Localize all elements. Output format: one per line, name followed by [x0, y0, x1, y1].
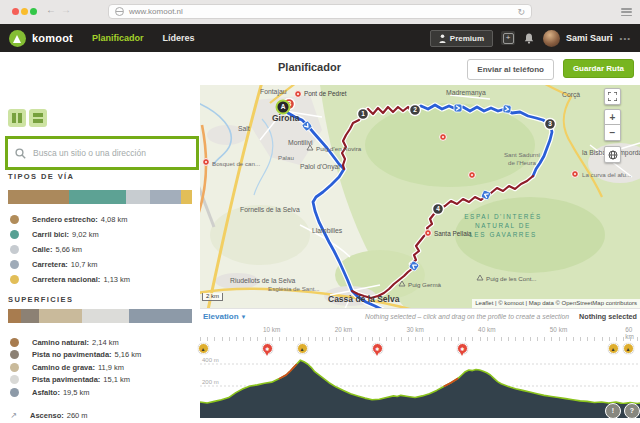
layout-rows-button[interactable] — [29, 109, 47, 127]
minimize-window-button[interactable] — [21, 8, 28, 15]
legend-color-dot — [10, 338, 19, 347]
waypoint-marker-1[interactable]: 1 — [358, 109, 369, 120]
nav-item-planificador[interactable]: Planificador — [92, 33, 144, 43]
map-label: Sant Sadurní — [504, 151, 540, 158]
elevation-dropdown[interactable]: Elevation — [203, 312, 239, 321]
waypoint-marker-row: ▲✱▲✱✱▲▲ — [200, 342, 640, 356]
map-label: Pont de Pedret — [304, 90, 347, 97]
map-label: ESPAI D'INTERÉS — [464, 212, 542, 220]
info-button[interactable]: ! — [605, 403, 621, 419]
poi-marker[interactable] — [425, 230, 432, 237]
reload-icon[interactable]: ↻ — [517, 7, 525, 17]
back-button[interactable]: ← — [46, 4, 56, 15]
highlight-pin[interactable]: ✱ — [262, 343, 273, 354]
search-input[interactable] — [31, 147, 196, 159]
bar-segment — [8, 309, 21, 323]
address-bar[interactable]: www.komoot.nl ↻ — [108, 4, 532, 19]
top-nav: komoot Planificador Líderes Premium + Sa… — [0, 24, 640, 52]
waypoint-marker-4[interactable]: 4 — [433, 204, 444, 215]
map-label: Llambilles — [312, 227, 343, 234]
legend-label: Carretera: — [32, 260, 68, 269]
poi-marker[interactable] — [440, 134, 447, 141]
rows-icon — [33, 113, 43, 123]
waypoint-marker-A[interactable]: A — [277, 101, 290, 114]
legend-value: 1,13 km — [103, 275, 130, 284]
zoom-out-button[interactable]: − — [604, 125, 621, 141]
map-attribution: Leaflet | © komoot | Map data © OpenStre… — [472, 299, 640, 308]
more-menu-icon[interactable]: ••• — [620, 34, 631, 43]
way-types-title: TIPOS DE VÍA — [8, 172, 74, 181]
route-map[interactable]: BA1234FontajauPont de PedretGironaSaltMo… — [200, 85, 640, 308]
legend-label: Camino natural: — [32, 338, 89, 347]
bar-segment — [82, 309, 130, 323]
plus-icon: + — [503, 33, 514, 44]
map-label: Palau — [278, 154, 294, 161]
zoom-in-button[interactable]: + — [604, 109, 621, 125]
nav-item-lideres[interactable]: Líderes — [162, 33, 194, 43]
waypoint-marker-2[interactable]: 2 — [410, 105, 421, 116]
stat-item: ↗Ascenso:260 m — [8, 409, 192, 421]
legend-color-dot — [10, 275, 19, 284]
map-canvas[interactable]: BA1234FontajauPont de PedretGironaSaltMo… — [200, 85, 640, 308]
poi-marker[interactable] — [295, 91, 302, 98]
legend-color-dot — [10, 260, 19, 269]
legend-label: Pista no pavimentada: — [32, 350, 112, 359]
poi-marker[interactable] — [203, 159, 210, 166]
brand-name[interactable]: komoot — [32, 32, 73, 44]
search-box[interactable] — [5, 136, 199, 170]
poi-marker[interactable] — [469, 172, 476, 179]
stat-label: Ascenso: — [30, 411, 64, 420]
legend-value: 2,14 km — [92, 338, 119, 347]
user-name[interactable]: Sami Sauri — [566, 33, 613, 43]
highlight-peak-badge[interactable]: ▲ — [297, 343, 308, 354]
komoot-logo-icon[interactable] — [9, 30, 26, 47]
avatar[interactable] — [543, 30, 560, 47]
close-window-button[interactable] — [12, 8, 19, 15]
legend-value: 5,66 km — [55, 245, 82, 254]
bar-segment — [39, 309, 81, 323]
bar-segment — [150, 190, 181, 204]
save-route-button[interactable]: Guardar Ruta — [563, 59, 634, 78]
axis-tick-label: 40 km — [478, 326, 495, 333]
zoom-in-icon: + — [610, 112, 616, 123]
highlight-pin[interactable]: ✱ — [457, 343, 468, 354]
maximize-window-button[interactable] — [30, 8, 37, 15]
poi-marker[interactable] — [572, 171, 579, 178]
map-label: Església de Sant... — [268, 285, 320, 292]
svg-text:4: 4 — [436, 205, 440, 212]
gridline-label: 200 m — [202, 379, 219, 385]
highlight-peak-badge[interactable]: ▲ — [623, 343, 634, 354]
map-label: La curva del afu... — [582, 171, 631, 178]
bar-segment — [8, 190, 69, 204]
map-label: Corçà — [562, 91, 580, 99]
layers-button[interactable] — [604, 146, 621, 163]
map-label: LES GAVARRES — [469, 231, 537, 238]
help-button[interactable]: ? — [624, 403, 640, 419]
legend-label: Pista pavimentada: — [32, 375, 100, 384]
zoom-out-icon: − — [610, 127, 616, 138]
forward-button[interactable]: → — [61, 4, 71, 15]
elevation-chart[interactable]: 400 m200 m — [200, 346, 640, 418]
send-to-phone-button[interactable]: Enviar al teléfono — [467, 59, 554, 80]
highlight-pin[interactable]: ✱ — [372, 343, 383, 354]
add-button[interactable]: + — [501, 31, 515, 45]
legend-item: Carretera:10,7 km — [8, 258, 192, 270]
legend-value: 9,02 km — [72, 230, 99, 239]
elevation-header: Elevation ▼ Nothing selected – click and… — [200, 309, 640, 324]
axis-tick-label: 10 km — [263, 326, 280, 333]
browser-menu-icon[interactable] — [621, 8, 632, 16]
stat-value: 260 m — [67, 411, 88, 420]
way-types-bar — [8, 190, 192, 204]
premium-button[interactable]: Premium — [430, 30, 493, 47]
bar-segment — [129, 309, 192, 323]
fullscreen-button[interactable] — [604, 88, 621, 105]
highlight-peak-badge[interactable]: ▲ — [608, 343, 619, 354]
notifications-bell-icon[interactable] — [524, 33, 534, 44]
map-label: Girona — [272, 113, 300, 123]
waypoint-marker-3[interactable]: 3 — [545, 119, 556, 130]
bar-segment — [21, 309, 39, 323]
highlight-peak-badge[interactable]: ▲ — [198, 343, 209, 354]
svg-text:1: 1 — [361, 110, 365, 117]
gridline-label: 400 m — [202, 357, 219, 363]
layout-columns-button[interactable] — [8, 109, 26, 127]
